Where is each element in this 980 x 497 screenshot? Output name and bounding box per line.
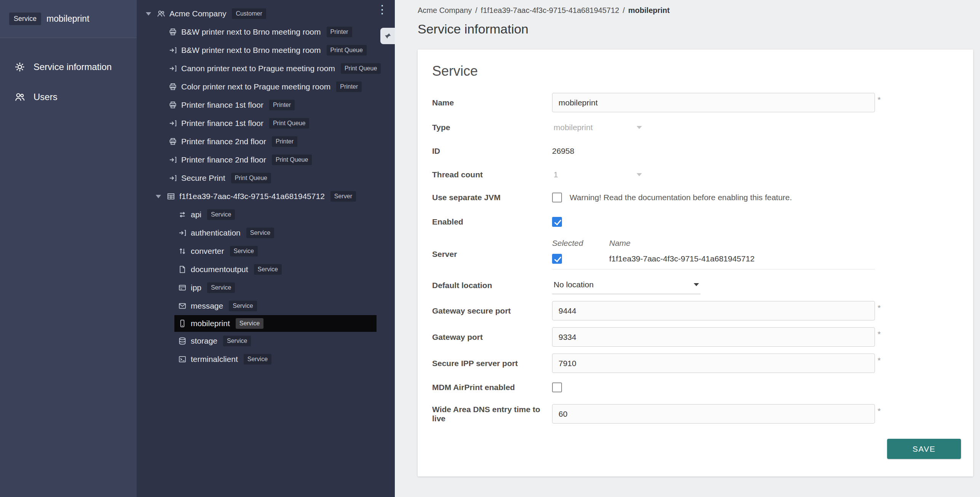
print-queue-badge: Print Queue bbox=[341, 63, 381, 74]
service-badge: Service bbox=[254, 264, 282, 275]
print-queue-badge: Print Queue bbox=[272, 155, 312, 165]
tree-panel: ⋮ Acme Company Customer B&W printer next… bbox=[137, 0, 395, 497]
save-button[interactable]: SAVE bbox=[887, 439, 961, 459]
secure-ipp-server-port-input[interactable] bbox=[552, 354, 875, 373]
customer-icon bbox=[157, 10, 165, 18]
server-table: Selected Name f1f1ea39-7aac-4f3c-9715-41… bbox=[552, 239, 875, 269]
app-window: Service mobileprint Service information … bbox=[0, 0, 980, 497]
use-separate-jvm-checkbox[interactable] bbox=[552, 193, 562, 202]
gateway-secure-port-input[interactable] bbox=[552, 301, 875, 320]
service-card: Service Name * Type mobileprint bbox=[418, 49, 973, 476]
printer-icon bbox=[169, 83, 177, 91]
mdm-airprint-checkbox[interactable] bbox=[552, 382, 562, 392]
tree-item-service-terminalclient[interactable]: terminalclient Service bbox=[137, 350, 395, 368]
tree-item-print-queue[interactable]: Printer finance 2nd floor Print Queue bbox=[137, 151, 395, 169]
form-row-gateway-port: Gateway port * bbox=[432, 327, 961, 347]
form-row-default-location: Default location No location bbox=[432, 276, 961, 294]
pin-icon bbox=[383, 32, 392, 40]
tree-item-label: B&W printer next to Brno meeting room bbox=[181, 46, 321, 55]
tree-item-service-ipp[interactable]: ipp Service bbox=[137, 279, 395, 297]
card-icon bbox=[178, 284, 187, 292]
service-badge: Service bbox=[236, 318, 263, 329]
wide-area-dns-input[interactable] bbox=[552, 404, 875, 424]
field-label-default-location: Default location bbox=[432, 281, 552, 290]
name-input[interactable] bbox=[552, 93, 875, 112]
print-queue-badge: Print Queue bbox=[327, 45, 367, 56]
breadcrumb-customer[interactable]: Acme Company bbox=[418, 6, 472, 15]
server-selected-checkbox[interactable] bbox=[552, 254, 562, 264]
tree-item-print-queue[interactable]: B&W printer next to Brno meeting room Pr… bbox=[137, 41, 395, 59]
enabled-checkbox[interactable] bbox=[552, 217, 562, 227]
breadcrumb-server[interactable]: f1f1ea39-7aac-4f3c-9715-41a681945712 bbox=[481, 6, 619, 15]
chevron-down-icon bbox=[694, 283, 699, 286]
service-badge: Service bbox=[223, 336, 251, 346]
form-row-wide-area-dns: Wide Area DNS entry time to live * bbox=[432, 404, 961, 424]
print-queue-badge: Print Queue bbox=[269, 118, 309, 129]
field-label-gateway-port: Gateway port bbox=[432, 333, 552, 342]
tree-item-service-api[interactable]: api Service bbox=[137, 205, 395, 224]
collapse-icon[interactable] bbox=[156, 195, 161, 198]
tree-item-printer[interactable]: B&W printer next to Brno meeting room Pr… bbox=[137, 23, 395, 41]
sidebar-item-users[interactable]: Users bbox=[0, 82, 137, 112]
tree-item-service-documentoutput[interactable]: documentoutput Service bbox=[137, 260, 395, 279]
tree-menu-dots-icon[interactable]: ⋮ bbox=[377, 4, 388, 15]
field-label-thread-count: Thread count bbox=[432, 170, 552, 179]
breadcrumb-separator: / bbox=[475, 6, 477, 15]
tree-item-service-mobileprint-selected[interactable]: mobileprint Service bbox=[174, 315, 377, 332]
service-badge: Service bbox=[246, 228, 274, 238]
tree-item-label: Printer finance 1st floor bbox=[181, 119, 263, 128]
server-table-header: Selected Name bbox=[552, 239, 875, 248]
tree-item-print-queue[interactable]: Canon printer next to Prague meeting roo… bbox=[137, 59, 395, 78]
form-row-enabled: Enabled bbox=[432, 214, 961, 229]
field-label-id: ID bbox=[432, 147, 552, 156]
tree-item-label: api bbox=[191, 210, 201, 219]
tree-item-printer[interactable]: Printer finance 1st floor Printer bbox=[137, 96, 395, 114]
default-location-select[interactable]: No location bbox=[552, 276, 701, 294]
tree-root-customer[interactable]: Acme Company Customer bbox=[137, 5, 395, 23]
sidebar-item-service-information[interactable]: Service information bbox=[0, 52, 137, 82]
tree-item-print-queue[interactable]: Secure Print Print Queue bbox=[137, 169, 395, 187]
field-label-secure-ipp-server-port: Secure IPP server port bbox=[432, 359, 552, 368]
collapse-icon[interactable] bbox=[146, 12, 151, 16]
api-icon bbox=[178, 210, 187, 219]
printer-badge: Printer bbox=[336, 81, 362, 92]
field-label-server: Server bbox=[432, 250, 552, 259]
tree-item-service-storage[interactable]: storage Service bbox=[137, 332, 395, 350]
required-marker: * bbox=[878, 95, 881, 104]
printer-badge: Printer bbox=[327, 27, 352, 37]
tree-item-service-authentication[interactable]: authentication Service bbox=[137, 224, 395, 242]
type-select: mobileprint bbox=[552, 119, 643, 136]
print-queue-icon bbox=[169, 156, 177, 164]
print-queue-icon bbox=[169, 119, 177, 127]
tree-item-print-queue[interactable]: Printer finance 1st floor Print Queue bbox=[137, 114, 395, 132]
form-row-name: Name * bbox=[432, 93, 961, 112]
service-badge: Service bbox=[230, 246, 258, 256]
tree-item-server[interactable]: f1f1ea39-7aac-4f3c-9715-41a681945712 Ser… bbox=[137, 187, 395, 205]
server-col-name: Name bbox=[609, 239, 875, 248]
field-label-mdm-airprint: MDM AirPrint enabled bbox=[432, 383, 552, 392]
tree-item-printer[interactable]: Color printer next to Prague meeting roo… bbox=[137, 78, 395, 96]
form-row-id: ID 26958 bbox=[432, 143, 961, 159]
service-badge: Service bbox=[244, 354, 271, 365]
sign-in-icon bbox=[178, 229, 187, 237]
gateway-port-input[interactable] bbox=[552, 327, 875, 347]
service-badge: Service bbox=[229, 301, 257, 311]
required-marker: * bbox=[878, 303, 881, 312]
server-icon bbox=[167, 192, 175, 201]
tree-item-label: Canon printer next to Prague meeting roo… bbox=[181, 64, 335, 73]
tree-item-label: converter bbox=[191, 247, 224, 256]
field-label-use-separate-jvm: Use separate JVM bbox=[432, 193, 552, 202]
tree-item-printer[interactable]: Printer finance 2nd floor Printer bbox=[137, 132, 395, 151]
tree-item-service-message[interactable]: message Service bbox=[137, 297, 395, 315]
printer-badge: Printer bbox=[269, 100, 295, 110]
field-label-type: Type bbox=[432, 123, 552, 132]
tree-item-label: authentication bbox=[191, 228, 241, 237]
form-row-server: Server Selected Name f1f1ea39-7aac-4f3c-… bbox=[432, 239, 961, 269]
pin-button[interactable] bbox=[380, 28, 395, 44]
server-table-row: f1f1ea39-7aac-4f3c-9715-41a681945712 bbox=[552, 254, 875, 269]
customer-badge: Customer bbox=[232, 8, 266, 19]
terminal-icon bbox=[178, 355, 187, 363]
chevron-down-icon bbox=[637, 173, 642, 176]
tree-item-label: message bbox=[191, 301, 223, 311]
tree-item-service-converter[interactable]: converter Service bbox=[137, 242, 395, 260]
